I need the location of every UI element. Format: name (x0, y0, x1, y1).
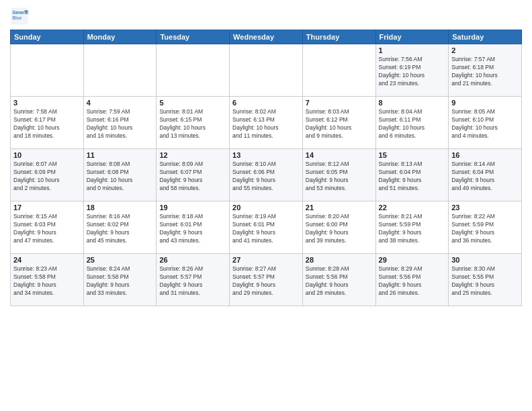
weekday-header-tuesday: Tuesday (157, 30, 230, 44)
day-number: 18 (87, 203, 154, 212)
day-number: 7 (306, 99, 373, 107)
calendar-cell: 29Sunrise: 8:29 AMSunset: 5:56 PMDayligh… (375, 254, 449, 306)
day-info: Sunrise: 8:04 AMSunset: 6:11 PMDaylight:… (379, 108, 446, 140)
day-number: 5 (159, 99, 226, 107)
day-info: Sunrise: 8:27 AMSunset: 5:57 PMDaylight:… (232, 265, 300, 298)
day-number: 1 (379, 46, 446, 54)
day-info: Sunrise: 8:30 AMSunset: 5:55 PMDaylight:… (451, 265, 519, 298)
calendar-cell: 27Sunrise: 8:27 AMSunset: 5:57 PMDayligh… (230, 254, 303, 306)
day-number: 14 (306, 151, 373, 159)
calendar-cell: 21Sunrise: 8:20 AMSunset: 6:00 PMDayligh… (302, 201, 375, 254)
calendar-cell (230, 44, 303, 97)
day-info: Sunrise: 8:20 AMSunset: 6:00 PMDaylight:… (306, 213, 373, 245)
logo: General Blue (10, 7, 32, 26)
weekday-header-monday: Monday (83, 30, 157, 44)
weekday-header-sunday: Sunday (11, 30, 84, 44)
calendar-cell: 28Sunrise: 8:28 AMSunset: 5:56 PMDayligh… (302, 254, 375, 306)
header-section: General Blue (10, 7, 522, 26)
day-number: 30 (451, 256, 519, 264)
calendar-cell: 26Sunrise: 8:26 AMSunset: 5:57 PMDayligh… (157, 254, 230, 306)
svg-text:Blue: Blue (13, 15, 22, 20)
day-number: 13 (232, 151, 300, 159)
calendar-week-3: 10Sunrise: 8:07 AMSunset: 6:09 PMDayligh… (11, 149, 522, 201)
day-info: Sunrise: 8:01 AMSunset: 6:15 PMDaylight:… (159, 108, 226, 140)
day-number: 6 (232, 99, 300, 107)
day-info: Sunrise: 8:18 AMSunset: 6:01 PMDaylight:… (159, 213, 226, 245)
day-number: 15 (379, 151, 446, 159)
calendar-cell: 19Sunrise: 8:18 AMSunset: 6:01 PMDayligh… (157, 201, 230, 254)
calendar-cell: 16Sunrise: 8:14 AMSunset: 6:04 PMDayligh… (449, 149, 522, 201)
day-number: 25 (87, 256, 154, 264)
calendar-week-1: 1Sunrise: 7:56 AMSunset: 6:19 PMDaylight… (11, 44, 522, 97)
weekday-header-thursday: Thursday (302, 30, 375, 44)
calendar-cell (302, 44, 375, 97)
day-info: Sunrise: 8:09 AMSunset: 6:07 PMDaylight:… (159, 161, 226, 193)
day-info: Sunrise: 8:28 AMSunset: 5:56 PMDaylight:… (306, 265, 373, 298)
day-number: 8 (379, 99, 446, 107)
day-info: Sunrise: 8:08 AMSunset: 6:08 PMDaylight:… (87, 161, 154, 193)
calendar-cell: 30Sunrise: 8:30 AMSunset: 5:55 PMDayligh… (449, 254, 522, 306)
calendar-cell: 4Sunrise: 7:59 AMSunset: 6:16 PMDaylight… (83, 97, 157, 149)
day-number: 12 (159, 151, 226, 159)
day-number: 27 (232, 256, 300, 264)
day-number: 3 (13, 99, 81, 107)
day-info: Sunrise: 8:05 AMSunset: 6:10 PMDaylight:… (451, 108, 519, 140)
calendar-cell (157, 44, 230, 97)
calendar-week-2: 3Sunrise: 7:58 AMSunset: 6:17 PMDaylight… (11, 97, 522, 149)
day-number: 2 (451, 46, 519, 54)
calendar-cell: 10Sunrise: 8:07 AMSunset: 6:09 PMDayligh… (11, 149, 84, 201)
day-number: 10 (13, 151, 81, 159)
day-number: 4 (87, 99, 154, 107)
day-number: 24 (13, 256, 81, 264)
calendar-cell (11, 44, 84, 97)
day-info: Sunrise: 8:14 AMSunset: 6:04 PMDaylight:… (451, 161, 519, 193)
calendar-cell: 15Sunrise: 8:13 AMSunset: 6:04 PMDayligh… (375, 149, 449, 201)
day-info: Sunrise: 8:22 AMSunset: 5:59 PMDaylight:… (451, 213, 519, 245)
day-info: Sunrise: 8:02 AMSunset: 6:13 PMDaylight:… (232, 108, 300, 140)
day-info: Sunrise: 8:12 AMSunset: 6:05 PMDaylight:… (306, 161, 373, 193)
calendar-cell: 1Sunrise: 7:56 AMSunset: 6:19 PMDaylight… (375, 44, 449, 97)
calendar-cell: 6Sunrise: 8:02 AMSunset: 6:13 PMDaylight… (230, 97, 303, 149)
day-number: 23 (451, 203, 519, 212)
day-info: Sunrise: 8:26 AMSunset: 5:57 PMDaylight:… (159, 265, 226, 298)
page: General Blue SundayMondayTuesdayWednesda… (0, 0, 532, 411)
calendar-cell: 20Sunrise: 8:19 AMSunset: 6:01 PMDayligh… (230, 201, 303, 254)
calendar-cell: 9Sunrise: 8:05 AMSunset: 6:10 PMDaylight… (449, 97, 522, 149)
day-info: Sunrise: 8:03 AMSunset: 6:12 PMDaylight:… (306, 108, 373, 140)
calendar-cell: 13Sunrise: 8:10 AMSunset: 6:06 PMDayligh… (230, 149, 303, 201)
day-number: 28 (306, 256, 373, 264)
calendar-cell: 22Sunrise: 8:21 AMSunset: 5:59 PMDayligh… (375, 201, 449, 254)
calendar-cell: 24Sunrise: 8:23 AMSunset: 5:58 PMDayligh… (11, 254, 84, 306)
day-number: 21 (306, 203, 373, 212)
day-info: Sunrise: 8:13 AMSunset: 6:04 PMDaylight:… (379, 161, 446, 193)
calendar-cell: 2Sunrise: 7:57 AMSunset: 6:18 PMDaylight… (449, 44, 522, 97)
day-number: 19 (159, 203, 226, 212)
calendar-cell: 12Sunrise: 8:09 AMSunset: 6:07 PMDayligh… (157, 149, 230, 201)
calendar-week-4: 17Sunrise: 8:15 AMSunset: 6:03 PMDayligh… (11, 201, 522, 254)
calendar-table: SundayMondayTuesdayWednesdayThursdayFrid… (10, 30, 522, 306)
day-info: Sunrise: 7:59 AMSunset: 6:16 PMDaylight:… (87, 108, 154, 140)
day-number: 9 (451, 99, 519, 107)
day-info: Sunrise: 8:21 AMSunset: 5:59 PMDaylight:… (379, 213, 446, 245)
calendar-cell: 25Sunrise: 8:24 AMSunset: 5:58 PMDayligh… (83, 254, 157, 306)
day-info: Sunrise: 8:07 AMSunset: 6:09 PMDaylight:… (13, 161, 81, 193)
day-info: Sunrise: 7:58 AMSunset: 6:17 PMDaylight:… (13, 108, 81, 140)
day-info: Sunrise: 8:29 AMSunset: 5:56 PMDaylight:… (379, 265, 446, 298)
calendar-cell: 23Sunrise: 8:22 AMSunset: 5:59 PMDayligh… (449, 201, 522, 254)
day-number: 16 (451, 151, 519, 159)
calendar-cell: 7Sunrise: 8:03 AMSunset: 6:12 PMDaylight… (302, 97, 375, 149)
weekday-header-wednesday: Wednesday (230, 30, 303, 44)
day-number: 20 (232, 203, 300, 212)
calendar-cell: 8Sunrise: 8:04 AMSunset: 6:11 PMDaylight… (375, 97, 449, 149)
day-number: 11 (87, 151, 154, 159)
logo-icon: General Blue (10, 7, 29, 26)
calendar-cell: 3Sunrise: 7:58 AMSunset: 6:17 PMDaylight… (11, 97, 84, 149)
day-number: 29 (379, 256, 446, 264)
day-number: 26 (159, 256, 226, 264)
day-number: 17 (13, 203, 81, 212)
calendar-cell (83, 44, 157, 97)
calendar-cell: 5Sunrise: 8:01 AMSunset: 6:15 PMDaylight… (157, 97, 230, 149)
calendar-cell: 18Sunrise: 8:16 AMSunset: 6:02 PMDayligh… (83, 201, 157, 254)
day-number: 22 (379, 203, 446, 212)
day-info: Sunrise: 8:16 AMSunset: 6:02 PMDaylight:… (87, 213, 154, 245)
